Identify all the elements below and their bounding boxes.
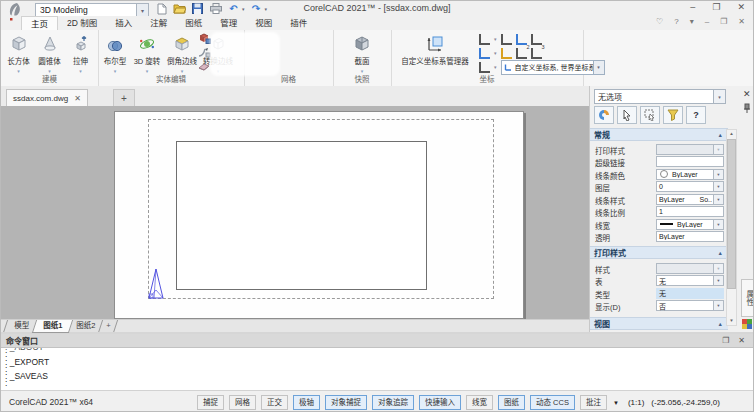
- ccs-axis-view-icon[interactable]: [516, 34, 527, 45]
- chevron-down-icon[interactable]: ▾: [494, 36, 497, 42]
- chamfer-edges-tool[interactable]: 倒角边线 ▾: [164, 33, 200, 74]
- section-tool[interactable]: 截面 ▾: [347, 33, 377, 74]
- doc-restore-button[interactable]: ❐: [720, 17, 727, 26]
- copy-properties-button[interactable]: [594, 106, 614, 124]
- toggle-annotation[interactable]: 批注: [580, 395, 607, 410]
- display-dropdown[interactable]: 否 ▾: [656, 300, 724, 311]
- doc-minimize-button[interactable]: –: [705, 17, 709, 26]
- properties-palette-tab[interactable]: 属性: [741, 279, 754, 317]
- ccs-axis-icon[interactable]: [479, 34, 490, 45]
- toggle-polar[interactable]: 极轴: [293, 395, 320, 410]
- cone-tool[interactable]: 圆锥体 ▾: [34, 33, 65, 74]
- help-button[interactable]: ?: [674, 17, 678, 26]
- ccs-axis-icon[interactable]: [501, 34, 512, 45]
- tab-home[interactable]: 主页: [21, 16, 58, 30]
- close-button[interactable]: ✕: [737, 2, 745, 12]
- toggle-esnap[interactable]: 对象捕捉: [325, 395, 367, 410]
- toggle-ortho[interactable]: 正交: [261, 395, 288, 410]
- scrollbar-thumb[interactable]: [727, 139, 736, 289]
- scroll-up-icon[interactable]: ▲: [727, 130, 736, 138]
- new-document-tab-button[interactable]: +: [113, 89, 135, 106]
- ccs-manager-tool[interactable]: 自定义坐标系管理器: [393, 33, 477, 66]
- scroll-down-icon[interactable]: ▼: [727, 317, 736, 325]
- toggle-sheet[interactable]: 图纸: [498, 395, 525, 410]
- undo-dropdown-icon[interactable]: ▾: [242, 6, 245, 12]
- palette-icon[interactable]: [742, 319, 752, 329]
- viewport-rect[interactable]: [176, 141, 427, 290]
- chevron-down-icon[interactable]: ▾: [136, 4, 148, 16]
- box-tool[interactable]: 长方体 ▾: [3, 33, 34, 74]
- select-elements-button[interactable]: [617, 106, 637, 124]
- chevron-down-icon[interactable]: ▾: [713, 170, 723, 179]
- new-document-button[interactable]: [155, 2, 168, 15]
- panel-scrollbar[interactable]: ▲ ▼: [726, 129, 737, 326]
- redo-dropdown-icon[interactable]: ▾: [265, 6, 268, 12]
- boolean-tool[interactable]: 布尔型 ▾: [100, 33, 130, 74]
- tab-insert[interactable]: 插入: [106, 16, 141, 30]
- ccs-axis-entity-icon[interactable]: [479, 48, 490, 59]
- close-icon[interactable]: ✕: [74, 94, 81, 103]
- table-dropdown[interactable]: 无 ▾: [656, 275, 724, 286]
- tab-addons[interactable]: 插件: [281, 16, 316, 30]
- tab-manage[interactable]: 管理: [211, 16, 246, 30]
- tab-view[interactable]: 视图: [246, 16, 281, 30]
- toggle-snap[interactable]: 捕捉: [197, 395, 224, 410]
- command-history[interactable]: : _ABOUT : : _EXPORT : : _SAVEAS :: [1, 348, 753, 392]
- tab-sheet[interactable]: 图纸: [176, 16, 211, 30]
- sheet-tab-sheet1[interactable]: 图纸1: [32, 320, 73, 333]
- restore-button[interactable]: ❐: [712, 2, 720, 12]
- open-file-button[interactable]: [173, 2, 186, 15]
- tab-2d-drafting[interactable]: 2D 制图: [58, 16, 106, 30]
- chevron-down-icon[interactable]: ▾: [713, 182, 723, 191]
- doc-close-button[interactable]: ✕: [738, 17, 745, 26]
- ccs-axis-icon[interactable]: [479, 62, 490, 73]
- command-window-close-icon[interactable]: ✕: [738, 336, 745, 345]
- quick-select-button[interactable]: [663, 106, 683, 124]
- command-window-restore-icon[interactable]: ❐: [722, 336, 729, 345]
- ccs-axis-2point-icon[interactable]: 2: [516, 48, 527, 59]
- selection-filter-dropdown[interactable]: 无选项 ▾: [594, 89, 726, 104]
- chevron-down-icon[interactable]: ▾: [494, 64, 497, 70]
- chevron-down-icon[interactable]: ▾: [713, 220, 723, 229]
- marquee-select-button[interactable]: [640, 106, 660, 124]
- toggle-quick-input[interactable]: 快捷输入: [419, 395, 461, 410]
- annotation-dropdown-icon[interactable]: ▼: [613, 400, 619, 406]
- minimize-button[interactable]: –: [690, 2, 695, 12]
- print-button[interactable]: [209, 2, 222, 15]
- transparency-field[interactable]: ByLayer: [656, 231, 724, 242]
- chevron-down-icon[interactable]: ▾: [713, 301, 723, 310]
- chevron-down-icon[interactable]: ▾: [593, 61, 604, 74]
- linecolor-dropdown[interactable]: ByLayer ▾: [656, 169, 724, 180]
- panel-close-icon[interactable]: ✕: [743, 89, 751, 99]
- ccs-axis-face-icon[interactable]: [501, 48, 512, 59]
- extrude-tool[interactable]: 拉伸 ▾: [65, 33, 96, 74]
- toggle-dynamic-ccs[interactable]: 动态 CCS: [530, 395, 575, 410]
- chevron-down-icon[interactable]: ▾: [713, 90, 725, 103]
- ccs-axis-icon[interactable]: [531, 34, 542, 45]
- panel-help-button[interactable]: ?: [686, 106, 706, 124]
- toggle-grid[interactable]: 网格: [229, 395, 256, 410]
- section-general[interactable]: 常规 ▲: [590, 128, 728, 141]
- chevron-down-icon[interactable]: ▾: [713, 276, 723, 285]
- command-prompt[interactable]: :: [1, 380, 753, 387]
- lineweight-dropdown[interactable]: ByLayer ▾: [656, 219, 724, 230]
- undo-button[interactable]: ↶: [227, 2, 240, 15]
- toggle-etrack[interactable]: 对象追踪: [372, 395, 414, 410]
- chevron-down-icon[interactable]: ▾: [494, 50, 497, 56]
- feedback-icon[interactable]: ♡: [656, 17, 663, 26]
- save-button[interactable]: [191, 2, 204, 15]
- redo-button[interactable]: ↷: [250, 2, 263, 15]
- linestyle-dropdown[interactable]: ByLayer So.. ▾: [656, 194, 724, 205]
- toggle-lineweight[interactable]: 线宽: [466, 395, 493, 410]
- section-view[interactable]: 视图 ▲: [590, 317, 728, 330]
- drawing-canvas[interactable]: [1, 106, 589, 319]
- tab-annotate[interactable]: 注解: [141, 16, 176, 30]
- linescale-field[interactable]: 1: [656, 206, 724, 217]
- document-tab[interactable]: ssdax.com.dwg ✕: [6, 89, 88, 106]
- workspace-selector[interactable]: 3D Modeling ▾: [35, 3, 149, 17]
- command-window-header[interactable]: 命令窗口 ❐ ✕: [1, 334, 753, 348]
- pin-icon[interactable]: [743, 103, 751, 114]
- hyperlink-field[interactable]: [656, 156, 724, 167]
- ccs-axis-3point-icon[interactable]: 3: [531, 48, 542, 59]
- rotate-3d-tool[interactable]: 3D 旋转 ▾: [130, 33, 164, 74]
